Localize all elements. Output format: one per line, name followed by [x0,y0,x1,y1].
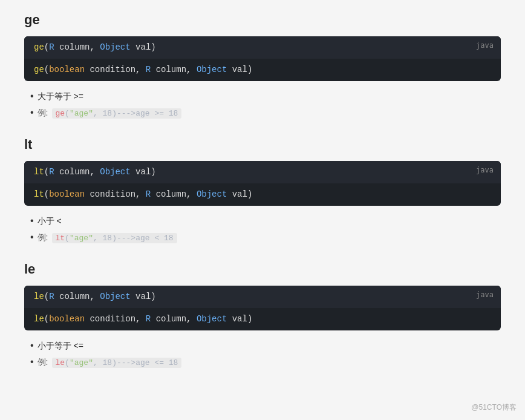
bullet-description: 大于等于 >= [38,91,83,102]
list-item: •例:lt("age", 18) ---> age < 18 [30,232,501,243]
section-ge: gejavage(R column, Object val)ge(boolean… [24,12,501,119]
lang-label: java [476,290,494,299]
bullet-list-ge: •大于等于 >=•例:ge("age", 18) ---> age >= 18 [24,91,501,119]
bullet-dot: • [30,91,34,102]
bullet-list-lt: •小于 <•例:lt("age", 18) ---> age < 18 [24,215,501,243]
section-title-le: le [24,261,501,277]
example-label: 例: [38,232,48,243]
code-line-0: lt(R column, Object val) [24,161,501,183]
list-item: •小于等于 <= [30,340,501,352]
example-label: 例: [38,357,48,368]
example-code: le("age", 18) ---> age <= 18 [52,358,182,368]
bullet-list-le: •小于等于 <=•例:le("age", 18) ---> age <= 18 [24,340,501,368]
code-line-0: le(R column, Object val) [24,286,501,308]
example-code: lt("age", 18) ---> age < 18 [52,233,177,243]
bullet-dot: • [30,215,34,226]
bullet-description: 小于等于 <= [38,341,83,352]
section-lt: ltjavalt(R column, Object val)lt(boolean… [24,137,501,243]
example-code: ge("age", 18) ---> age >= 18 [52,108,182,119]
code-line-1: ge(boolean condition, R column, Object v… [24,59,501,81]
example-label: 例: [38,108,48,119]
list-item: •大于等于 >= [30,91,501,102]
code-line-0: ge(R column, Object val) [24,36,501,59]
section-title-ge: ge [24,12,501,28]
bullet-dot: • [30,232,34,243]
section-title-lt: lt [24,137,501,153]
bullet-dot: • [30,356,34,367]
bullet-dot: • [30,340,34,351]
bullet-dot: • [30,107,34,118]
bullet-description: 小于 < [38,216,62,227]
list-item: •例:ge("age", 18) ---> age >= 18 [30,107,501,119]
code-block-ge: javage(R column, Object val)ge(boolean c… [24,36,501,81]
code-block-lt: javalt(R column, Object val)lt(boolean c… [24,161,501,206]
lang-label: java [476,166,494,174]
list-item: •例:le("age", 18) ---> age <= 18 [30,356,501,368]
code-line-1: le(boolean condition, R column, Object v… [24,308,501,330]
code-block-le: javale(R column, Object val)le(boolean c… [24,286,501,330]
lang-label: java [476,41,494,50]
section-le: lejavale(R column, Object val)le(boolean… [24,261,501,368]
code-line-1: lt(boolean condition, R column, Object v… [24,183,501,206]
list-item: •小于 < [30,215,501,227]
watermark: @51CTO博客 [471,402,517,413]
